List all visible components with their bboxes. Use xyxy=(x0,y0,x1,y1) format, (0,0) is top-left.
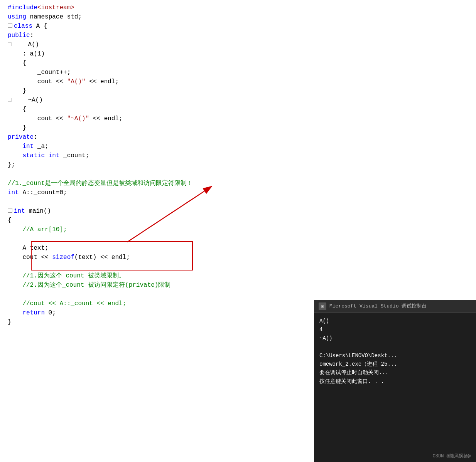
text-main-brace-open: { xyxy=(8,216,12,225)
keyword-int-static-def: int xyxy=(8,188,19,197)
code-line-18: }; xyxy=(8,160,324,170)
code-line-34: return 0; xyxy=(8,308,324,318)
keyword-class: class xyxy=(14,22,32,31)
text-zero: 0; xyxy=(45,308,56,318)
code-line-11: ~A() xyxy=(8,96,324,105)
text-endl-a: << endl; xyxy=(86,77,119,86)
collapse-class-icon[interactable] xyxy=(8,23,12,28)
code-line-28: cout << sizeof(text) << endl; xyxy=(8,253,324,262)
console-line-3: ~A() xyxy=(319,334,471,343)
code-line-32 xyxy=(8,290,324,299)
keyword-include: #include xyxy=(8,3,37,12)
text-count-def: A::_count=0; xyxy=(19,188,67,197)
text-main: main() xyxy=(25,207,51,216)
text-colon: : xyxy=(30,31,34,40)
code-line-9: cout << "A()" << endl; xyxy=(8,77,324,86)
keyword-int-main: int xyxy=(14,207,25,216)
text-underscore-a: _a; xyxy=(34,142,48,151)
console-line-7: 要在调试停止时自动关闭... xyxy=(319,368,471,377)
console-body: A() 4 ~A() C:\Users\LENOVO\Deskt... omew… xyxy=(314,313,476,390)
keyword-private: private xyxy=(8,133,34,142)
text-brace-open: { xyxy=(8,59,26,68)
code-line-10: } xyxy=(8,86,324,96)
editor-container: #include<iostream> using namespace std; … xyxy=(0,0,476,462)
code-line-24: { xyxy=(8,216,324,225)
text-cout-a: cout << xyxy=(8,77,67,86)
console-panel: ▣ Microsoft Visual Studio 调试控制台 A() 4 ~A… xyxy=(314,300,476,462)
text-namespace: namespace std; xyxy=(26,12,82,22)
code-line-26 xyxy=(8,234,324,244)
text-brace-close-2: } xyxy=(8,123,26,133)
text-brace-close-1: } xyxy=(8,86,26,96)
keyword-public: public xyxy=(8,31,30,40)
comment-arr: //A arr[10]; xyxy=(8,225,67,234)
text-endl-destructor: << endl; xyxy=(89,114,122,123)
console-line-4 xyxy=(319,343,471,351)
keyword-sizeof: sizeof xyxy=(52,253,74,262)
text-indent-4a xyxy=(8,142,22,151)
keyword-static: static xyxy=(8,151,49,160)
text-private-colon: : xyxy=(34,133,37,142)
code-line-3: class A { xyxy=(8,22,324,31)
keyword-int-a: int xyxy=(22,142,34,151)
code-line-5: A() xyxy=(8,40,324,49)
text-main-brace-close: } xyxy=(8,318,12,327)
code-line-1: #include<iostream> xyxy=(8,3,324,12)
code-line-20: //1._count是一个全局的静态变量但是被类域和访问限定符限制！ xyxy=(8,179,324,188)
text-count-decl: _count; xyxy=(59,151,89,160)
string-a: "A()" xyxy=(67,77,86,86)
code-line-31: //2.因为这个_count 被访问限定符(private)限制 xyxy=(8,281,324,290)
code-line-6: :_a(1) xyxy=(8,49,324,59)
console-line-6: omework_2.exe（进程 25... xyxy=(319,360,471,368)
console-line-8: 按任意键关闭此窗口. . . xyxy=(319,377,471,386)
collapse-destructor-icon[interactable] xyxy=(8,98,12,102)
text-brace-open-2: { xyxy=(8,105,26,114)
comment-reason-2: //2.因为这个_count 被访问限定符(private)限制 xyxy=(8,281,170,290)
code-line-19 xyxy=(8,170,324,179)
keyword-int-count: int xyxy=(49,151,60,160)
text-init-list: :_a(1) xyxy=(8,49,45,59)
console-titlebar: ▣ Microsoft Visual Studio 调试控制台 xyxy=(314,300,476,313)
code-line-35: } xyxy=(8,318,324,327)
text-destructor: ~A() xyxy=(13,96,43,105)
comment-reason-1: //1.因为这个_count 被类域限制。 xyxy=(8,271,125,281)
code-line-14: } xyxy=(8,123,324,133)
string-destructor: "~A()" xyxy=(67,114,89,123)
console-line-2: 4 xyxy=(319,325,471,334)
code-area: #include<iostream> using namespace std; … xyxy=(8,3,324,459)
text-a-text: A text; xyxy=(8,244,49,253)
code-line-13: cout << "~A()" << endl; xyxy=(8,114,324,123)
console-footer: CSDN @随风飘扬@ xyxy=(433,453,471,460)
collapse-main-icon[interactable] xyxy=(8,208,12,213)
code-line-29 xyxy=(8,262,324,271)
code-line-8: _count++; xyxy=(8,68,324,77)
text-class-end: }; xyxy=(8,160,15,170)
header-iostream: <iostream> xyxy=(37,3,74,12)
console-title: Microsoft Visual Studio 调试控制台 xyxy=(329,302,427,310)
code-line-21: int A::_count=0; xyxy=(8,188,324,197)
code-line-7: { xyxy=(8,59,324,68)
console-line-5: C:\Users\LENOVO\Deskt... xyxy=(319,351,471,360)
collapse-constructor-icon[interactable] xyxy=(8,42,12,46)
code-line-12: { xyxy=(8,105,324,114)
text-count-increment: _count++; xyxy=(8,68,71,77)
keyword-return: return xyxy=(22,308,45,318)
code-line-4: public: xyxy=(8,31,324,40)
text-indent-return xyxy=(8,308,22,318)
code-line-2: using namespace std; xyxy=(8,12,324,22)
text-sizeof-text: (text) << endl; xyxy=(74,253,130,262)
code-line-27: A text; xyxy=(8,244,324,253)
code-line-15: private: xyxy=(8,133,324,142)
code-line-22 xyxy=(8,197,324,207)
keyword-using: using xyxy=(8,12,26,22)
code-line-25: //A arr[10]; xyxy=(8,225,324,234)
text-cout-sizeof: cout << xyxy=(8,253,52,262)
code-line-30: //1.因为这个_count 被类域限制。 xyxy=(8,271,324,281)
text-constructor: A() xyxy=(13,40,39,49)
comment-cout-count: //cout << A::_count << endl; xyxy=(8,299,126,308)
comment-count-global: //1._count是一个全局的静态变量但是被类域和访问限定符限制！ xyxy=(8,179,193,188)
console-line-1: A() xyxy=(319,317,471,325)
code-line-33: //cout << A::_count << endl; xyxy=(8,299,324,308)
code-line-16: int _a; xyxy=(8,142,324,151)
text-cout-destructor: cout << xyxy=(8,114,67,123)
